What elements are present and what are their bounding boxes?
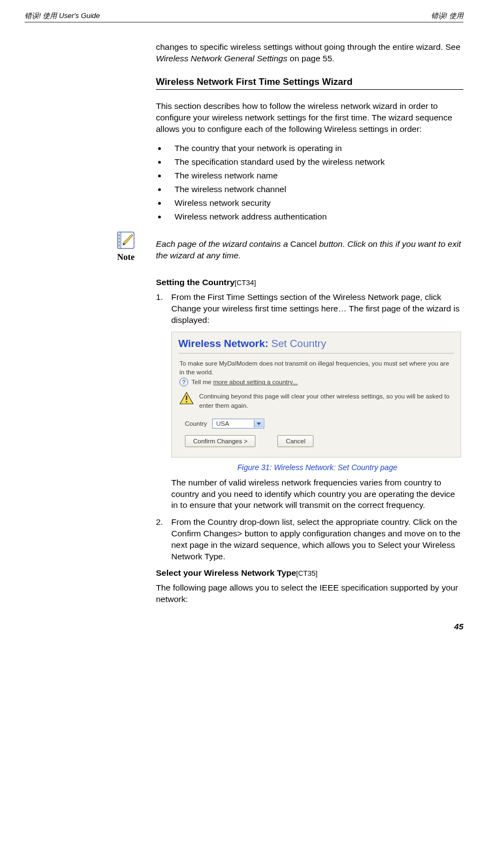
screenshot-title: Wireless Network: Set Country bbox=[172, 332, 461, 351]
section-heading: Wireless Network First Time Settings Wiz… bbox=[156, 77, 463, 90]
cancel-button[interactable]: Cancel bbox=[277, 435, 313, 447]
svg-rect-7 bbox=[186, 401, 187, 402]
step-1-text: From the First Time Settings section of … bbox=[171, 292, 463, 326]
country-heading-text: Setting the Country bbox=[156, 277, 235, 287]
bullet-item: Wireless network address authentication bbox=[167, 211, 463, 222]
country-value: USA bbox=[216, 420, 229, 427]
svg-rect-6 bbox=[186, 396, 187, 400]
figure-caption: Figure 31: Wireless Network: Set Country… bbox=[171, 463, 463, 472]
screenshot-title-light: Set Country bbox=[269, 338, 327, 349]
ct-code-35: [CT35] bbox=[296, 569, 317, 577]
note-block: Note Each page of the wizard contains a … bbox=[96, 229, 463, 262]
after-figure-para: The number of valid wireless network fre… bbox=[171, 477, 463, 512]
type-section-para: The following page allows you to select … bbox=[156, 582, 463, 605]
header-left-prefix: 错误! 使用 bbox=[25, 11, 57, 20]
step-2-number: 2. bbox=[156, 517, 171, 563]
screenshot-body: To make sure MyDslModem does not transmi… bbox=[172, 359, 461, 456]
bullet-item: Wireless network security bbox=[167, 198, 463, 209]
header-left-suffix: User's Guide bbox=[57, 11, 100, 20]
step-2-text: From the Country drop-down list, select … bbox=[171, 517, 463, 563]
type-heading-text: Select your Wireless Network Type bbox=[156, 568, 296, 577]
step-1-number: 1. bbox=[156, 292, 171, 326]
screenshot-divider bbox=[178, 353, 454, 354]
warning-row: Continuing beyond this page will clear y… bbox=[179, 392, 453, 410]
intro-paragraph: changes to specific wireless settings wi… bbox=[156, 42, 463, 65]
bullet-list: The country that your network is operati… bbox=[167, 143, 463, 223]
type-subsection-heading: Select your Wireless Network Type[CT35] bbox=[156, 568, 463, 578]
header-left: 错误! 使用 User's Guide bbox=[25, 11, 100, 21]
help-icon[interactable]: ? bbox=[179, 378, 188, 386]
section-intro: This section describes how to follow the… bbox=[156, 101, 463, 135]
chevron-down-icon bbox=[257, 423, 261, 425]
note-noitalic: Cancel bbox=[291, 239, 317, 248]
note-text-before: Each page of the wizard contains a bbox=[156, 239, 291, 248]
bullet-item: The specification standard used by the w… bbox=[167, 157, 463, 167]
note-text: Each page of the wizard contains a Cance… bbox=[156, 229, 463, 262]
button-row: Confirm Changes > Cancel bbox=[185, 435, 453, 447]
confirm-changes-button[interactable]: Confirm Changes > bbox=[185, 435, 255, 447]
bullet-item: The wireless network name bbox=[167, 170, 463, 181]
note-label: Note bbox=[96, 252, 156, 262]
country-select[interactable]: USA bbox=[212, 419, 264, 429]
page-number: 45 bbox=[25, 622, 463, 631]
help-row: ? Tell me more about setting a country..… bbox=[179, 378, 453, 386]
step-1: 1. From the First Time Settings section … bbox=[156, 292, 463, 326]
page-header: 错误! 使用 User's Guide 错误! 使用 bbox=[25, 11, 463, 22]
intro-text-after: on page 55. bbox=[287, 54, 334, 63]
help-text: Tell me more about setting a country... bbox=[191, 379, 298, 385]
country-row: Country USA bbox=[185, 419, 453, 429]
screenshot-title-bold: Wireless Network: bbox=[178, 338, 269, 349]
intro-italic: Wireless Network General Settings bbox=[156, 54, 287, 63]
svg-rect-1 bbox=[118, 232, 121, 248]
svg-point-3 bbox=[119, 238, 120, 239]
bullet-item: The wireless network channel bbox=[167, 184, 463, 195]
svg-point-4 bbox=[119, 241, 120, 242]
country-label: Country bbox=[185, 420, 207, 427]
step-2: 2. From the Country drop-down list, sele… bbox=[156, 517, 463, 563]
note-icon bbox=[114, 229, 137, 252]
screenshot-intro-line: To make sure MyDslModem does not transmi… bbox=[179, 359, 453, 377]
ct-code-34: [CT34] bbox=[235, 279, 256, 287]
intro-text-before: changes to specific wireless settings wi… bbox=[156, 42, 461, 51]
header-right: 错误! 使用 bbox=[431, 11, 463, 21]
svg-point-5 bbox=[119, 245, 120, 246]
help-prefix: Tell me bbox=[191, 379, 213, 385]
note-label-column: Note bbox=[96, 229, 156, 262]
warning-icon bbox=[179, 392, 194, 405]
help-link[interactable]: more about setting a country... bbox=[213, 379, 298, 385]
svg-point-2 bbox=[119, 235, 120, 236]
embedded-screenshot: Wireless Network: Set Country To make su… bbox=[171, 332, 461, 457]
warning-text: Continuing beyond this page will clear y… bbox=[199, 392, 453, 409]
bullet-item: The country that your network is operati… bbox=[167, 143, 463, 154]
country-subsection-heading: Setting the Country[CT34] bbox=[156, 277, 463, 287]
